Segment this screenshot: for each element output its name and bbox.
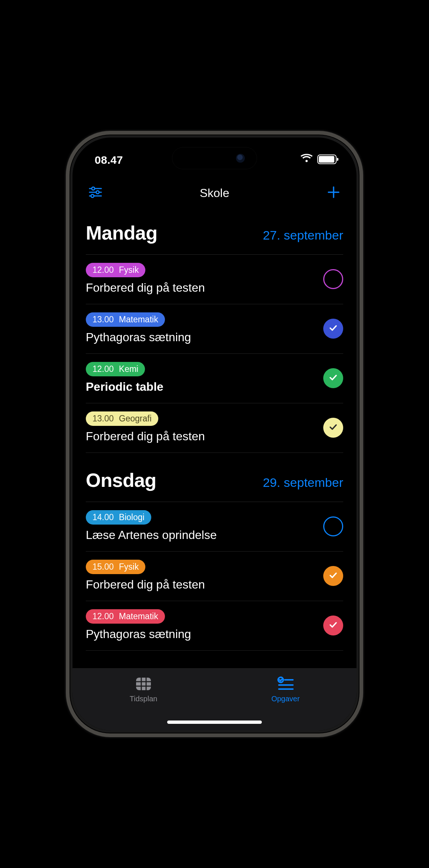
task-subject: Biologi — [119, 512, 145, 523]
task-time: 15.00 — [92, 561, 114, 573]
task-row[interactable]: 12.00KemiPeriodic table — [86, 354, 343, 403]
task-time: 12.00 — [92, 363, 114, 375]
tab-label: Opgaver — [271, 695, 300, 703]
task-time: 14.00 — [92, 512, 114, 523]
battery-icon — [317, 155, 337, 164]
wifi-icon — [300, 153, 313, 166]
subject-pill: 14.00Biologi — [86, 510, 151, 525]
add-button[interactable] — [324, 183, 343, 203]
task-subject: Kemi — [119, 363, 138, 375]
section-header: Onsdag29. september — [86, 453, 343, 502]
nav-bar: Skole — [72, 177, 357, 208]
task-row[interactable]: 15.00FysikForbered dig på testen — [86, 552, 343, 601]
task-time: 12.00 — [92, 264, 114, 276]
day-date[interactable]: 27. september — [263, 228, 343, 243]
day-name: Onsdag — [86, 469, 156, 491]
task-title: Forbered dig på testen — [86, 280, 205, 295]
task-checkbox[interactable] — [323, 319, 343, 339]
subject-pill: 15.00Fysik — [86, 560, 145, 574]
grid-icon — [133, 675, 154, 692]
task-subject: Fysik — [119, 561, 139, 573]
status-time: 08.47 — [95, 154, 123, 166]
task-time: 13.00 — [92, 413, 114, 424]
front-camera — [236, 154, 245, 163]
power-button — [361, 301, 363, 375]
day-date[interactable]: 29. september — [263, 475, 343, 490]
check-icon — [328, 570, 338, 582]
divider — [86, 650, 343, 651]
task-checkbox[interactable] — [323, 269, 343, 289]
task-main: 12.00MatematikPythagoras sætning — [86, 609, 191, 641]
task-subject: Fysik — [119, 264, 139, 276]
subject-pill: 12.00Kemi — [86, 362, 145, 376]
volume-down-button — [66, 340, 68, 384]
task-checkbox[interactable] — [323, 616, 343, 635]
day-name: Mandag — [86, 222, 157, 244]
task-title: Forbered dig på testen — [86, 577, 205, 592]
task-title: Læse Artenes oprindelse — [86, 528, 217, 542]
check-icon — [328, 620, 338, 631]
task-checkbox[interactable] — [323, 418, 343, 438]
svg-point-5 — [91, 194, 94, 197]
check-icon — [328, 422, 338, 434]
task-checkbox[interactable] — [323, 566, 343, 586]
svg-point-1 — [92, 187, 95, 190]
task-row[interactable]: 13.00MatematikPythagoras sætning — [86, 304, 343, 353]
section-header: Mandag27. september — [86, 208, 343, 254]
task-main: 14.00BiologiLæse Artenes oprindelse — [86, 510, 217, 542]
task-main: 15.00FysikForbered dig på testen — [86, 560, 205, 592]
subject-pill: 13.00Geografi — [86, 411, 158, 426]
task-main: 13.00GeografiForbered dig på testen — [86, 411, 205, 444]
phone-frame: 08.47 Skole — [66, 131, 363, 737]
subject-pill: 12.00Fysik — [86, 263, 145, 277]
task-list[interactable]: Mandag27. september12.00FysikForbered di… — [72, 208, 357, 668]
screen: 08.47 Skole — [72, 138, 357, 730]
volume-up-button — [66, 285, 68, 328]
task-main: 12.00FysikForbered dig på testen — [86, 263, 205, 295]
task-checkbox[interactable] — [323, 368, 343, 388]
task-main: 13.00MatematikPythagoras sætning — [86, 312, 191, 345]
task-main: 12.00KemiPeriodic table — [86, 362, 163, 394]
task-time: 13.00 — [92, 314, 114, 325]
svg-point-3 — [96, 191, 99, 194]
plus-icon — [326, 185, 341, 201]
task-title: Forbered dig på testen — [86, 429, 205, 444]
task-row[interactable]: 12.00MatematikPythagoras sætning — [86, 601, 343, 650]
task-title: Pythagoras sætning — [86, 627, 191, 641]
check-icon — [328, 323, 338, 335]
task-checkbox[interactable] — [323, 516, 343, 536]
home-indicator[interactable] — [167, 720, 262, 724]
tab-label: Tidsplan — [130, 695, 158, 703]
check-icon — [328, 372, 338, 384]
svg-rect-8 — [136, 678, 151, 690]
nav-title: Skole — [200, 186, 229, 200]
subject-pill: 13.00Matematik — [86, 312, 165, 327]
task-subject: Matematik — [119, 611, 158, 622]
mute-switch — [66, 240, 68, 264]
subject-pill: 12.00Matematik — [86, 609, 165, 624]
task-row[interactable]: 13.00GeografiForbered dig på testen — [86, 403, 343, 452]
task-time: 12.00 — [92, 611, 114, 622]
checklist-icon — [275, 675, 296, 692]
task-subject: Matematik — [119, 314, 158, 325]
task-title: Pythagoras sætning — [86, 330, 191, 345]
task-row[interactable]: 14.00BiologiLæse Artenes oprindelse — [86, 502, 343, 551]
task-title: Periodic table — [86, 379, 163, 394]
sliders-icon — [88, 185, 103, 201]
task-subject: Geografi — [119, 413, 152, 424]
task-row[interactable]: 12.00FysikForbered dig på testen — [86, 255, 343, 304]
filter-button[interactable] — [86, 183, 105, 203]
